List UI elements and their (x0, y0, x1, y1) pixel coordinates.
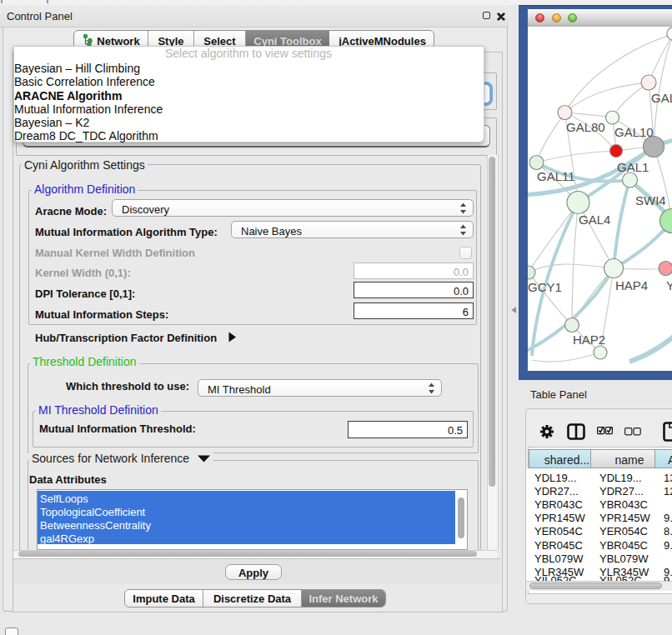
svg-text:GCY1: GCY1 (528, 280, 562, 294)
svg-text:GAL4: GAL4 (579, 212, 610, 227)
svg-text:YER: YER (666, 278, 672, 292)
svg-text:HAP2: HAP2 (573, 332, 605, 347)
svg-text:GAL1: GAL1 (617, 160, 649, 174)
svg-text:SWI4: SWI4 (635, 193, 666, 208)
svg-text:GAL11: GAL11 (537, 169, 575, 183)
svg-text:GAL80: GAL80 (566, 120, 605, 134)
svg-text:GAL7: GAL7 (651, 91, 672, 105)
svg-text:HAP4: HAP4 (615, 278, 648, 292)
svg-text:GAL10: GAL10 (614, 125, 654, 139)
